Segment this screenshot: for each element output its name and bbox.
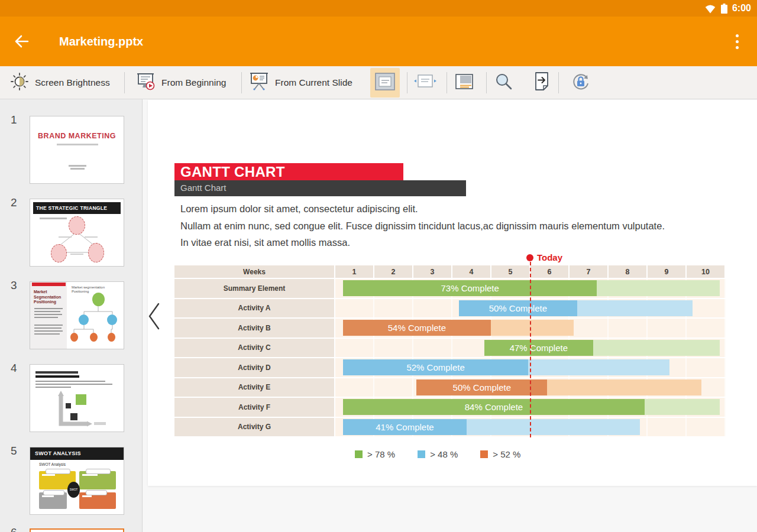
gantt-bar-value-label: 84% Complete xyxy=(343,399,645,415)
from-beginning-button[interactable]: From Beginning xyxy=(135,66,226,99)
gantt-legend: > 78 %> 48 %> 52 % xyxy=(355,449,520,459)
overflow-menu-button[interactable] xyxy=(729,31,745,52)
view-normal-button[interactable] xyxy=(370,68,400,98)
thumbnail-row-6: 6 xyxy=(0,526,142,532)
gantt-row-label: Activity D xyxy=(174,358,334,377)
thumb3-green-node xyxy=(92,293,105,306)
gantt-bar[interactable]: 84% Complete xyxy=(343,399,720,415)
legend-label: > 52 % xyxy=(493,449,520,459)
week-number: 3 xyxy=(413,265,451,278)
week-number: 8 xyxy=(609,265,646,278)
gantt-row-label: Activity B xyxy=(174,319,334,338)
slide-thumbnail-3[interactable]: Market Segmentation Positioning Market s… xyxy=(30,281,124,349)
toolbar-separator xyxy=(241,72,242,93)
from-current-slide-label: From Current Slide xyxy=(275,77,352,88)
thumbnail-row-4: 4 xyxy=(0,362,142,445)
gantt-bar-progress: 84% Complete xyxy=(343,399,645,415)
thumb4-dark-square xyxy=(66,403,71,408)
gantt-bar[interactable]: 73% Complete xyxy=(343,280,720,296)
gantt-bar-value-label: 50% Complete xyxy=(459,300,578,316)
search-button[interactable] xyxy=(492,72,516,93)
today-marker-dot xyxy=(526,254,533,261)
gantt-bar[interactable]: 50% Complete xyxy=(459,300,693,316)
gantt-bar[interactable]: 52% Complete xyxy=(343,359,669,375)
slide-subtitle: Gantt Chart xyxy=(180,183,227,193)
gantt-table: Weeks12345678910Summary Element73% Compl… xyxy=(174,265,726,437)
gantt-row: Activity E50% Complete xyxy=(174,378,726,398)
thumbnail-row-1: 1 BRAND MARKETING xyxy=(0,113,142,196)
previous-slide-chevron[interactable] xyxy=(147,302,162,330)
slide-number: 4 xyxy=(11,362,17,375)
gantt-bar[interactable]: 54% Complete xyxy=(343,320,573,336)
legend-swatch-orange xyxy=(480,450,488,458)
thumb4-axis-label xyxy=(94,422,106,425)
gantt-bar[interactable]: 47% Complete xyxy=(484,340,720,356)
slide-number: 3 xyxy=(11,279,17,292)
gantt-bar-value-label: 47% Complete xyxy=(484,340,593,356)
lock-rotate-icon xyxy=(570,71,591,95)
slide-thumbnail-2[interactable]: THE STRATEGIC TRIANGLE xyxy=(30,199,124,267)
gantt-bar-value-label: 50% Complete xyxy=(416,379,547,395)
notes-view-icon xyxy=(454,73,474,93)
body-line: Nullam at enim nunc, sed congue elit. Fu… xyxy=(180,218,748,235)
thumb3-blue-node xyxy=(107,314,117,325)
gantt-bar-progress: 47% Complete xyxy=(484,340,593,356)
gantt-row: Activity D52% Complete xyxy=(174,358,726,378)
view-slideshow-button[interactable] xyxy=(410,68,440,98)
gantt-row-label: Summary Element xyxy=(174,279,334,298)
slide-number: 2 xyxy=(11,196,17,209)
week-number: 10 xyxy=(687,265,724,278)
thumb5-subtitle: SWOT Analysis xyxy=(39,462,66,466)
slide-canvas[interactable]: GANTT CHART Gantt Chart Lorem ipsum dolo… xyxy=(148,100,757,486)
legend-item: > 48 % xyxy=(418,449,458,459)
slide-thumbnail-6-selected[interactable] xyxy=(30,528,124,532)
gantt-bar-progress: 73% Complete xyxy=(343,280,597,296)
gantt-bar[interactable]: 41% Complete xyxy=(343,419,640,435)
slide-title: GANTT CHART xyxy=(180,164,285,180)
gantt-bar-progress: 50% Complete xyxy=(459,300,578,316)
thumb5-tab xyxy=(86,490,107,495)
gantt-row: Activity B54% Complete xyxy=(174,319,726,339)
body-line: In vitae erat nisi, sit amet mollis mass… xyxy=(180,234,748,251)
search-icon xyxy=(494,72,514,94)
slide-thumbnail-5[interactable]: SWOT ANALYSIS SWOT Analysis SWOT xyxy=(30,447,124,515)
play-from-beginning-icon xyxy=(135,72,156,94)
thumb2-label-line xyxy=(59,236,72,238)
toolbar-separator xyxy=(558,72,559,93)
week-number: 5 xyxy=(491,265,529,278)
legend-label: > 78 % xyxy=(367,449,395,459)
from-current-slide-button[interactable]: From Current Slide xyxy=(248,66,352,99)
thumb5-tab xyxy=(43,490,64,495)
rotation-lock-button[interactable] xyxy=(569,72,593,93)
gantt-bar-value-label: 41% Complete xyxy=(343,419,467,435)
slide-thumbnail-1[interactable]: BRAND MARKETING xyxy=(30,116,124,184)
thumb1-footer-line xyxy=(69,165,86,167)
menu-dot xyxy=(736,34,739,37)
status-time: 6:00 xyxy=(732,3,751,14)
view-notes-button[interactable] xyxy=(449,68,479,98)
toolbar-separator xyxy=(124,72,125,93)
body-line: Lorem ipsum dolor sit amet, consectetur … xyxy=(180,200,748,218)
slide-number: 1 xyxy=(11,113,17,126)
thumb2-label-line xyxy=(70,254,83,255)
legend-swatch-green xyxy=(355,450,363,458)
screen-brightness-button[interactable]: Screen Brightness xyxy=(9,66,110,99)
go-to-slide-button[interactable] xyxy=(530,72,554,93)
back-button[interactable] xyxy=(12,32,31,51)
gantt-bar[interactable]: 50% Complete xyxy=(416,379,701,395)
thumb5-title: SWOT ANALYSIS xyxy=(30,447,124,460)
thumb5-quad-label xyxy=(82,495,92,497)
slide-thumbnail-4[interactable] xyxy=(30,364,124,432)
from-beginning-label: From Beginning xyxy=(161,77,226,88)
normal-view-icon xyxy=(374,72,396,93)
thumb4-dark-square xyxy=(70,413,77,420)
thumb2-left-ellipse xyxy=(51,244,67,262)
slide-number: 5 xyxy=(11,445,17,458)
gantt-weeks-header: Weeks xyxy=(174,265,334,278)
week-number: 4 xyxy=(452,265,490,278)
page-arrow-icon xyxy=(532,71,551,95)
brightness-icon xyxy=(9,72,30,94)
toolbar-separator xyxy=(407,72,407,93)
thumb5-quad-label xyxy=(82,474,98,476)
gantt-bar-progress: 41% Complete xyxy=(343,419,467,435)
